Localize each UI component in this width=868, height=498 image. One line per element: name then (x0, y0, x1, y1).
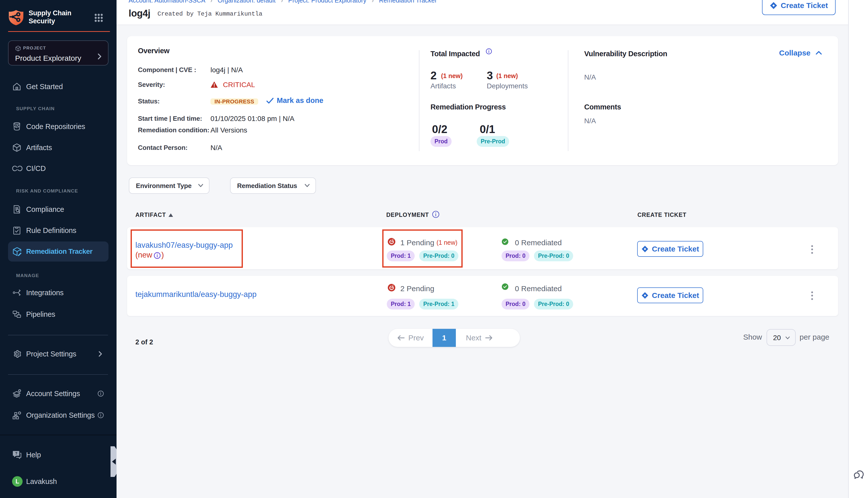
svg-text:?: ? (15, 451, 17, 455)
